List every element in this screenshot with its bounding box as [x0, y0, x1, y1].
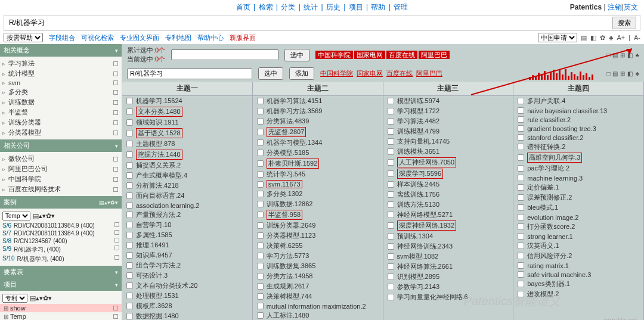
topic-checkbox[interactable]	[518, 107, 524, 114]
topic-item[interactable]: 分类模型.5185	[253, 148, 383, 158]
topic-checkbox[interactable]	[387, 191, 394, 198]
sidebar-item[interactable]: 统计模型	[0, 69, 122, 79]
project-item[interactable]: Temp	[0, 312, 122, 320]
topic-checkbox[interactable]	[387, 128, 394, 135]
panel-features-header[interactable]: 要素表▾	[0, 266, 122, 278]
panel-projects-header[interactable]: 项目▾	[0, 278, 122, 291]
topic-checkbox[interactable]	[518, 116, 524, 123]
topic-checkbox[interactable]	[257, 312, 264, 319]
font-plus[interactable]: A+	[617, 34, 625, 41]
topic-item[interactable]: 支持向量机.14745	[383, 136, 513, 147]
topic-checkbox[interactable]	[257, 181, 264, 187]
topic-item[interactable]: 人工标注.1480	[253, 310, 383, 320]
topic-item[interactable]: 深度神经网络.1932	[383, 220, 513, 231]
topic-checkbox[interactable]	[387, 233, 394, 240]
topic-checkbox[interactable]	[518, 98, 524, 104]
topic-item[interactable]: 训练模型.4799	[383, 126, 513, 136]
topic-item[interactable]: 谱特征转换.2	[513, 142, 643, 152]
topic-item[interactable]: 主题模型.878	[122, 139, 252, 149]
topic-checkbox[interactable]	[126, 282, 133, 289]
topic-checkbox[interactable]	[518, 194, 524, 201]
topic-checkbox[interactable]	[387, 274, 394, 280]
sidebar-item[interactable]: 中国科学院	[0, 174, 122, 184]
icon[interactable]: ▤	[612, 52, 618, 58]
topic-checkbox[interactable]	[257, 263, 264, 269]
topic-item[interactable]: stanford classifier.2	[513, 133, 643, 142]
search-button[interactable]: 搜索	[612, 17, 636, 29]
topic-item[interactable]: 分类方法.14958	[253, 271, 383, 281]
topic-checkbox[interactable]	[518, 214, 524, 220]
topic-item[interactable]: rating matrix.1	[513, 261, 643, 270]
topic-checkbox[interactable]	[387, 222, 394, 229]
topic-item[interactable]: 组合学习方法.2	[122, 260, 252, 271]
topic-item[interactable]: 无监督.2807	[253, 126, 383, 138]
topic-checkbox[interactable]	[126, 98, 133, 104]
nav-link[interactable]: 统计	[304, 3, 318, 11]
topic-item[interactable]: 处理模型.1531	[122, 291, 252, 301]
sel-input-1[interactable]	[171, 49, 278, 60]
topic-item[interactable]: 文本自动分类技术.20	[122, 281, 252, 291]
topic-checkbox[interactable]	[257, 150, 264, 156]
topic-item[interactable]: 分析算法.4218	[122, 181, 252, 191]
topic-item[interactable]: gradient boosting tree.3	[513, 124, 643, 133]
topic-item[interactable]: 学习模型.1722	[383, 106, 513, 116]
icon[interactable]: ⊞	[620, 70, 625, 77]
topic-item[interactable]: 神经网络模型.5271	[383, 210, 513, 220]
topic-checkbox[interactable]	[518, 233, 524, 240]
topic-item[interactable]: naive bayesian classifier.13	[513, 106, 643, 115]
topic-item[interactable]: 知识库.9457	[122, 250, 252, 260]
topic-checkbox[interactable]	[518, 291, 524, 297]
case-row[interactable]: S/10R/机器学习, (400)	[0, 254, 122, 264]
tool-icon[interactable]: ◧	[590, 34, 596, 42]
sidebar-item[interactable]: 学习算法	[0, 58, 122, 69]
topic-item[interactable]: 自营学习.10	[122, 220, 252, 230]
topic-item[interactable]: 机器学习算法.4151	[253, 96, 383, 106]
tool-icon[interactable]: ▤	[581, 34, 587, 42]
topic-checkbox[interactable]	[257, 171, 264, 178]
topic-item[interactable]: 半监督.958	[253, 209, 383, 220]
topic-checkbox[interactable]	[126, 141, 133, 147]
sidebar-item[interactable]: 微软公司	[0, 154, 122, 164]
sidebar-item[interactable]: svm	[0, 79, 122, 87]
topic-checkbox[interactable]	[387, 212, 394, 218]
topic-item[interactable]: 机器学习方法.3569	[253, 106, 383, 116]
topic-checkbox[interactable]	[518, 134, 524, 141]
topic-checkbox[interactable]	[518, 175, 524, 181]
topic-item[interactable]: 基于语义.1528	[122, 128, 252, 139]
topic-item[interactable]: 训练模块.3651	[383, 147, 513, 157]
topic-checkbox[interactable]	[387, 159, 394, 166]
icon[interactable]: ▤▴▾✿▾	[99, 200, 118, 206]
topic-item[interactable]: svm模型.1082	[383, 251, 513, 262]
org-link[interactable]: 阿里巴巴	[416, 70, 442, 77]
nav-link[interactable]: 项目	[349, 3, 363, 11]
topic-item[interactable]: 汉英语义.1	[513, 241, 643, 251]
topic-checkbox[interactable]	[257, 118, 264, 125]
topic-checkbox[interactable]	[257, 108, 264, 114]
topic-item[interactable]: rule classifier.2	[513, 115, 643, 124]
topic-checkbox[interactable]	[126, 293, 133, 299]
topic-item[interactable]: 分类算法.4839	[253, 116, 383, 126]
topic-item[interactable]: mutual information maximization.2	[253, 302, 383, 310]
topic-item[interactable]: 面向目标语言.24	[122, 191, 252, 201]
topic-checkbox[interactable]	[126, 212, 133, 218]
topic-item[interactable]: 生成规则.2617	[253, 281, 383, 291]
topic-checkbox[interactable]	[387, 284, 394, 290]
topic-checkbox[interactable]	[257, 283, 264, 290]
topic-checkbox[interactable]	[126, 222, 133, 228]
topic-checkbox[interactable]	[387, 263, 394, 270]
icon[interactable]: ◧	[627, 70, 633, 77]
nav-link[interactable]: 检索	[259, 3, 273, 11]
topic-checkbox[interactable]	[257, 222, 264, 229]
nav-link[interactable]: 管理	[394, 3, 408, 11]
case-row[interactable]: S/6RDI/CN200810113984.9 (400)	[0, 222, 122, 229]
topic-checkbox[interactable]	[257, 293, 264, 300]
icon[interactable]: ⊞	[620, 52, 625, 58]
project-item[interactable]: show	[0, 304, 122, 312]
tab-new[interactable]: 新版界面	[230, 33, 256, 42]
topic-item[interactable]: 领域知识.1911	[122, 117, 252, 128]
topic-checkbox[interactable]	[387, 138, 394, 145]
topic-checkbox[interactable]	[518, 144, 524, 150]
sidebar-item[interactable]: 训练数据	[0, 97, 122, 107]
topic-item[interactable]: 模型训练.5974	[383, 96, 513, 106]
topic-checkbox[interactable]	[126, 242, 133, 248]
